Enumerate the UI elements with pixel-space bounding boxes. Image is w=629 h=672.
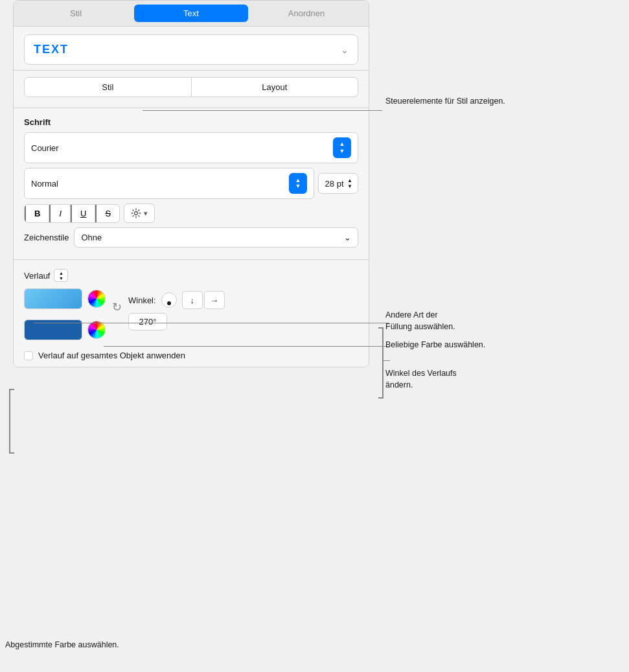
char-styles-chevron-icon: ⌄: [344, 233, 351, 242]
underline-button[interactable]: U: [71, 205, 95, 222]
divider-2: [14, 108, 369, 108]
strikethrough-button[interactable]: S: [95, 205, 119, 222]
ann2-line: [34, 323, 389, 323]
angle-area: Winkel: ↓ → 270°: [128, 288, 225, 330]
verlauf-stepper-down-icon: ▼: [59, 276, 63, 281]
tab-text[interactable]: Text: [134, 5, 248, 22]
checkbox-row: Verlauf auf gesamtes Objekt anwenden: [24, 351, 358, 360]
swap-area: ↻: [112, 288, 122, 314]
font-style-select[interactable]: Normal ▲ ▼: [24, 168, 314, 199]
swap-colors-icon[interactable]: ↻: [112, 300, 122, 314]
char-styles-row: Zeichenstile Ohne ⌄: [24, 227, 358, 248]
bracket-color: [9, 389, 14, 454]
bold-button[interactable]: B: [25, 205, 49, 222]
char-styles-label: Zeichenstile: [24, 233, 69, 242]
angle-label: Winkel:: [128, 295, 156, 305]
char-styles-select[interactable]: Ohne ⌄: [74, 227, 358, 248]
stepper-up-icon: ▲: [339, 141, 345, 147]
gear-icon: [131, 208, 141, 218]
format-row: B I U S ▾: [24, 203, 358, 223]
apply-gradient-label: Verlauf auf gesamtes Objekt anwenden: [38, 351, 185, 360]
verlauf-stepper-up-icon: ▲: [59, 271, 63, 275]
annotation-2: Andere Art derFüllung auswählen.: [385, 310, 455, 332]
arrow-down-button[interactable]: ↓: [182, 291, 203, 309]
sub-tab-stil[interactable]: Stil: [24, 77, 192, 97]
font-size-up-icon[interactable]: ▲: [347, 178, 352, 183]
tab-anordnen[interactable]: Anordnen: [249, 5, 363, 22]
font-section: Schrift Courier ▲ ▼ Normal ▲ ▼ 28 pt: [14, 112, 369, 255]
svg-point-0: [135, 212, 138, 215]
angle-value[interactable]: 270°: [128, 313, 167, 330]
font-size-stepper[interactable]: ▲ ▼: [347, 178, 352, 189]
arrow-right-button[interactable]: →: [204, 291, 225, 309]
arrow-buttons: ↓ →: [182, 291, 225, 309]
gear-button[interactable]: ▾: [124, 203, 155, 223]
font-style-row: Normal ▲ ▼ 28 pt ▲ ▼: [24, 168, 358, 199]
bracket-angle: [378, 327, 383, 399]
verlauf-label: Verlauf: [24, 271, 50, 281]
color-row-1: [24, 288, 106, 309]
ann3-line: [104, 346, 389, 347]
verlauf-row: Verlauf ▲ ▼: [24, 269, 358, 282]
color-swatch-1[interactable]: [24, 288, 82, 309]
font-style-stepper[interactable]: ▲ ▼: [289, 173, 307, 194]
divider-3: [14, 259, 369, 260]
chevron-down-icon: ⌄: [341, 45, 349, 55]
font-name-stepper[interactable]: ▲ ▼: [333, 137, 351, 158]
tab-stil[interactable]: Stil: [19, 5, 133, 22]
angle-knob[interactable]: [161, 292, 177, 308]
font-size-box[interactable]: 28 pt ▲ ▼: [318, 173, 358, 194]
font-name-select[interactable]: Courier ▲ ▼: [24, 132, 358, 163]
font-name-value: Courier: [31, 143, 59, 153]
font-section-label: Schrift: [24, 117, 358, 127]
verlauf-section: Verlauf ▲ ▼ ↻: [14, 264, 369, 367]
angle-dot: [167, 301, 171, 305]
font-size-down-icon[interactable]: ▼: [347, 184, 352, 189]
colors-col: [24, 288, 106, 345]
tab-bar: Stil Text Anordnen: [14, 1, 369, 27]
format-buttons: B I U S: [24, 204, 120, 223]
apply-gradient-checkbox[interactable]: [24, 351, 33, 360]
ann4-h-line: [383, 360, 390, 361]
angle-row: Winkel: ↓ →: [128, 291, 225, 309]
gear-chevron-icon: ▾: [144, 209, 148, 218]
stepper-down-icon: ▼: [339, 148, 345, 154]
color-wheel-button-2[interactable]: [87, 321, 106, 339]
style-dropdown-text: TEXT: [34, 43, 69, 56]
italic-button[interactable]: I: [49, 205, 71, 222]
annotation-1: Steuerelemente für Stil anzeigen.: [385, 96, 505, 108]
font-size-value: 28 pt: [324, 179, 345, 189]
ann1-line: [143, 110, 382, 111]
style-dropdown[interactable]: TEXT ⌄: [24, 34, 358, 65]
font-name-row: Courier ▲ ▼: [24, 132, 358, 163]
sub-tab-row: Stil Layout: [14, 71, 369, 104]
sub-tab-layout[interactable]: Layout: [192, 77, 359, 97]
font-style-value: Normal: [31, 179, 58, 189]
verlauf-stepper[interactable]: ▲ ▼: [54, 269, 68, 282]
stepper-down-icon: ▼: [295, 183, 301, 189]
color-wheel-button-1[interactable]: [87, 290, 106, 308]
char-styles-value: Ohne: [81, 233, 102, 242]
annotation-5: Abgestimmte Farbe auswählen.: [5, 640, 119, 651]
annotation-3: Beliebige Farbe auswählen.: [385, 340, 485, 351]
colors-angle-group: ↻ Winkel: ↓ → 270°: [24, 288, 358, 345]
annotation-4: Winkel des Verlaufsändern.: [385, 368, 457, 391]
